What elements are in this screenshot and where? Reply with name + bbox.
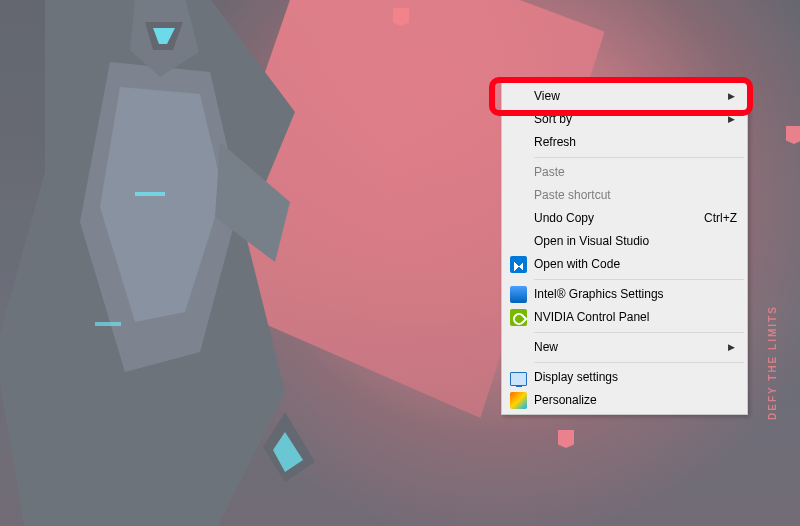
menu-item-label: Personalize — [534, 389, 597, 412]
menu-item-sort-by[interactable]: Sort by ▶ — [504, 108, 745, 131]
personalize-icon — [510, 392, 527, 409]
menu-item-intel-graphics[interactable]: Intel® Graphics Settings — [504, 283, 745, 306]
vscode-icon — [510, 256, 527, 273]
desktop[interactable]: DEFY THE LIMITS View ▶ Sort by ▶ Refresh… — [0, 0, 800, 526]
submenu-arrow-icon: ▶ — [728, 108, 735, 131]
menu-item-open-visual-studio[interactable]: Open in Visual Studio — [504, 230, 745, 253]
menu-item-undo-copy[interactable]: Undo Copy Ctrl+Z — [504, 207, 745, 230]
menu-item-shortcut: Ctrl+Z — [704, 207, 737, 230]
menu-item-refresh[interactable]: Refresh — [504, 131, 745, 154]
menu-item-personalize[interactable]: Personalize — [504, 389, 745, 412]
menu-item-label: Sort by — [534, 108, 572, 131]
menu-item-label: Intel® Graphics Settings — [534, 283, 664, 306]
display-icon — [510, 369, 527, 386]
menu-item-display-settings[interactable]: Display settings — [504, 366, 745, 389]
menu-item-label: Refresh — [534, 131, 576, 154]
submenu-arrow-icon: ▶ — [728, 85, 735, 108]
menu-item-open-with-code[interactable]: Open with Code — [504, 253, 745, 276]
menu-item-label: New — [534, 336, 558, 359]
desktop-context-menu: View ▶ Sort by ▶ Refresh Paste Paste sho… — [501, 82, 748, 415]
menu-item-label: View — [534, 85, 560, 108]
menu-item-nvidia-control-panel[interactable]: NVIDIA Control Panel — [504, 306, 745, 329]
menu-item-label: Paste shortcut — [534, 184, 611, 207]
submenu-arrow-icon: ▶ — [728, 336, 735, 359]
menu-item-label: Display settings — [534, 366, 618, 389]
menu-separator — [534, 279, 744, 280]
menu-separator — [534, 362, 744, 363]
menu-item-new[interactable]: New ▶ — [504, 336, 745, 359]
menu-item-paste-shortcut: Paste shortcut — [504, 184, 745, 207]
menu-item-label: Undo Copy — [534, 207, 594, 230]
menu-separator — [534, 332, 744, 333]
menu-item-label: Paste — [534, 161, 565, 184]
menu-item-paste: Paste — [504, 161, 745, 184]
menu-separator — [534, 157, 744, 158]
menu-item-label: Open with Code — [534, 253, 620, 276]
menu-item-label: Open in Visual Studio — [534, 230, 649, 253]
nvidia-icon — [510, 309, 527, 326]
menu-item-label: NVIDIA Control Panel — [534, 306, 649, 329]
menu-item-view[interactable]: View ▶ — [504, 85, 745, 108]
intel-icon — [510, 286, 527, 303]
